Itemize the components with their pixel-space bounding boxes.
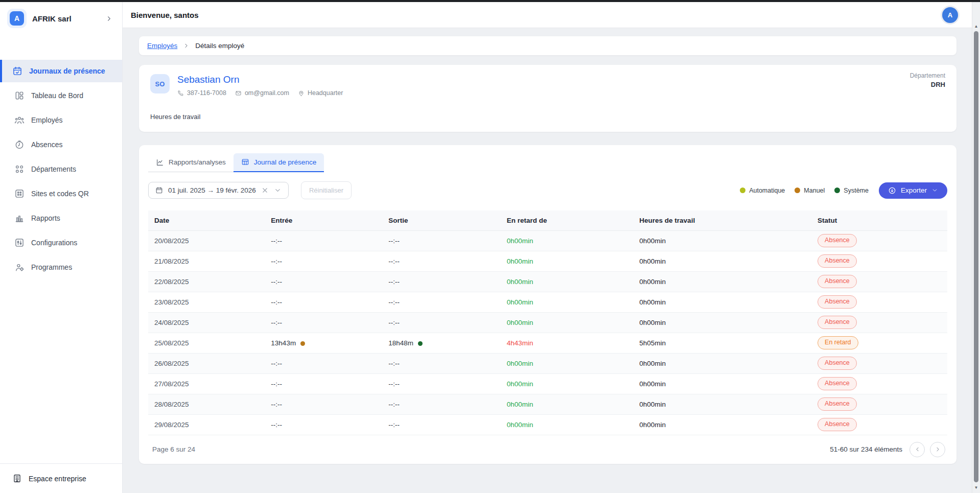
source-dot-icon xyxy=(418,341,423,346)
sidebar-collapse-button[interactable] xyxy=(103,13,115,25)
cell-retard: 0h00min xyxy=(501,251,634,271)
chevron-down-icon xyxy=(931,187,938,194)
sidebar-item-absences[interactable]: Absences xyxy=(0,133,122,156)
chevron-right-icon xyxy=(105,15,113,22)
cell-heures: 0h00min xyxy=(633,353,811,373)
cell-entree: --:-- xyxy=(265,292,382,312)
breadcrumb-link-employes[interactable]: Employés xyxy=(147,42,177,50)
column-header-date: Date xyxy=(148,210,265,230)
table-row: 27/08/2025--:----:--0h00min0h00minAbsenc… xyxy=(148,373,947,394)
table-row: 26/08/2025--:----:--0h00min0h00minAbsenc… xyxy=(148,353,947,373)
cell-entree: --:-- xyxy=(265,230,382,251)
status-badge: Absence xyxy=(818,357,857,370)
legend-label: Système xyxy=(844,187,869,194)
cell-entree: --:-- xyxy=(265,414,382,435)
sidebar-item-configurations[interactable]: Configurations xyxy=(0,231,122,254)
column-header-heures-de-travail: Heures de travail xyxy=(633,210,811,230)
cell-heures: 0h00min xyxy=(633,292,811,312)
cell-retard: 4h43min xyxy=(501,333,634,353)
employee-phone: 387-116-7008 xyxy=(177,89,226,97)
cell-entree: --:-- xyxy=(265,353,382,373)
cell-entree: --:-- xyxy=(265,251,382,271)
employee-name[interactable]: Sebastian Orn xyxy=(177,74,343,85)
cell-sortie: --:-- xyxy=(382,414,500,435)
cell-retard: 0h00min xyxy=(501,230,634,251)
chevron-left-icon xyxy=(914,446,921,453)
status-badge: En retard xyxy=(818,336,858,349)
sidebar-item-label: Configurations xyxy=(31,239,77,247)
legend-label: Manuel xyxy=(804,187,825,194)
sidebar-item-employes[interactable]: Employés xyxy=(0,109,122,131)
cell-retard: 0h00min xyxy=(501,271,634,292)
cell-retard: 0h00min xyxy=(501,414,634,435)
user-avatar[interactable]: A xyxy=(942,7,958,23)
table-row: 22/08/2025--:----:--0h00min0h00minAbsenc… xyxy=(148,271,947,292)
qr-icon xyxy=(14,189,25,199)
next-page-button[interactable] xyxy=(930,442,945,457)
table-row: 29/08/2025--:----:--0h00min0h00minAbsenc… xyxy=(148,414,947,435)
cell-retard: 0h00min xyxy=(501,292,634,312)
dashboard-icon xyxy=(14,90,25,101)
sidebar: A AFRIK sarl Journaux de présenceTableau… xyxy=(0,2,123,493)
scrollbar-thumb[interactable] xyxy=(974,31,978,482)
cell-statut: Absence xyxy=(811,353,947,373)
cell-entree: --:-- xyxy=(265,312,382,333)
grid-icon xyxy=(14,164,25,174)
scrollbar-down-arrow[interactable]: ▼ xyxy=(972,486,980,490)
sidebar-item-label: Rapports xyxy=(31,214,60,222)
page-info: Page 6 sur 24 xyxy=(152,445,195,453)
tab-journal-de-presence[interactable]: Journal de présence xyxy=(234,153,324,172)
company-logo: A xyxy=(7,9,27,28)
sidebar-item-journaux-de-presence[interactable]: Journaux de présence xyxy=(0,60,122,82)
cell-entree: --:-- xyxy=(265,394,382,414)
cell-date: 28/08/2025 xyxy=(148,394,265,414)
legend-dot-icon xyxy=(834,187,840,193)
employee-location: Headquarter xyxy=(298,89,343,97)
download-icon xyxy=(888,186,896,195)
topbar: Bienvenue, santos A xyxy=(123,2,972,28)
cell-statut: Absence xyxy=(811,271,947,292)
sidebar-item-programmes[interactable]: Programmes xyxy=(0,256,122,278)
mail-icon xyxy=(235,90,242,97)
main-area: Bienvenue, santos A Employés Détails emp… xyxy=(123,2,972,493)
cell-sortie: --:-- xyxy=(382,394,500,414)
phone-icon xyxy=(177,90,184,97)
cell-statut: En retard xyxy=(811,333,947,353)
sidebar-item-sites-et-codes-qr[interactable]: Sites et codes QR xyxy=(0,182,122,205)
sidebar-item-departements[interactable]: Départements xyxy=(0,158,122,180)
date-range-picker[interactable]: 01 juil. 2025 → 19 févr. 2026 xyxy=(148,182,289,199)
tab-rapports-analyses[interactable]: Rapports/analyses xyxy=(148,153,234,172)
sidebar-item-label: Journaux de présence xyxy=(29,67,105,75)
table-row: 21/08/2025--:----:--0h00min0h00minAbsenc… xyxy=(148,251,947,271)
reset-button[interactable]: Réinitialiser xyxy=(301,181,352,199)
scrollbar-up-arrow[interactable]: ▲ xyxy=(972,25,980,29)
sidebar-item-espace-entreprise[interactable]: Espace entreprise xyxy=(0,463,122,493)
user-gear-icon xyxy=(14,262,25,272)
status-badge: Absence xyxy=(818,254,857,268)
cell-sortie: --:-- xyxy=(382,353,500,373)
work-hours-label: Heures de travail xyxy=(150,113,945,121)
date-dropdown-button[interactable] xyxy=(274,186,282,194)
window-scrollbar[interactable]: ▲ ▼ xyxy=(972,2,980,493)
sidebar-item-tableau-de-bord[interactable]: Tableau de Bord xyxy=(0,84,122,107)
source-legend: AutomatiqueManuelSystème xyxy=(740,187,869,194)
close-icon xyxy=(261,186,269,194)
cell-statut: Absence xyxy=(811,251,947,271)
cell-date: 21/08/2025 xyxy=(148,251,265,271)
previous-page-button[interactable] xyxy=(909,442,925,457)
sidebar-logo-row: A AFRIK sarl xyxy=(0,2,122,34)
cell-retard: 0h00min xyxy=(501,353,634,373)
calendar-icon xyxy=(155,186,163,194)
sidebar-item-rapports[interactable]: Rapports xyxy=(0,207,122,229)
cell-heures: 0h00min xyxy=(633,373,811,394)
cell-sortie: --:-- xyxy=(382,230,500,251)
legend-item-manuel: Manuel xyxy=(795,187,825,194)
cell-statut: Absence xyxy=(811,414,947,435)
sidebar-item-label: Absences xyxy=(31,140,62,149)
cell-date: 20/08/2025 xyxy=(148,230,265,251)
clear-date-button[interactable] xyxy=(261,186,269,194)
cell-retard: 0h00min xyxy=(501,373,634,394)
cell-statut: Absence xyxy=(811,230,947,251)
column-header-statut: Statut xyxy=(811,210,947,230)
export-button[interactable]: Exporter xyxy=(879,182,947,199)
